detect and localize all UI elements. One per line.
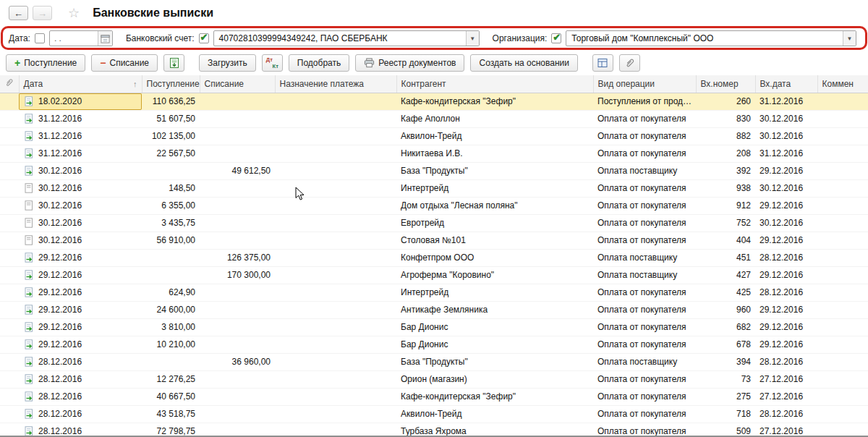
date-cell[interactable]: 31.12.2016 <box>19 110 142 127</box>
comment-cell <box>817 93 868 110</box>
writeoff-cell <box>200 423 275 437</box>
date-input[interactable]: . . <box>49 30 113 46</box>
date-cell[interactable]: 29.12.2016 <box>19 249 142 266</box>
pick-button[interactable]: Подобрать <box>289 54 349 72</box>
date-cell[interactable]: 30.12.2016 <box>19 162 142 179</box>
table-row[interactable]: 30.12.2016 56 910,00 Столовая №101 Оплат… <box>0 232 868 249</box>
attachment-cell <box>0 214 19 232</box>
chevron-down-icon[interactable]: ▼ <box>843 31 856 46</box>
document-icon <box>23 183 35 193</box>
operation-cell: Оплата от покупателя <box>593 179 696 197</box>
table-row[interactable]: 29.12.2016 170 300,00 Агроферма "Коровин… <box>0 266 868 284</box>
receipt-cell: 3 810,00 <box>142 318 200 336</box>
date-cell[interactable]: 29.12.2016 <box>19 336 142 353</box>
receipt-cell: 624,90 <box>142 284 200 301</box>
date-cell[interactable]: 29.12.2016 <box>19 318 142 336</box>
writeoff-cell <box>200 388 275 405</box>
date-value: 31.12.2016 <box>38 148 82 158</box>
column-date[interactable]: Дата ↑ <box>19 75 142 93</box>
table-row[interactable]: 28.12.2016 36 960,00 База "Продукты" Опл… <box>0 353 868 370</box>
document-icon <box>23 426 35 436</box>
favorite-star-icon[interactable]: ☆ <box>68 7 80 20</box>
grid-icon <box>597 57 608 69</box>
in-number-cell: 682 <box>696 318 755 336</box>
table-row[interactable]: 29.12.2016 10 210,00 Бар Дионис Оплата о… <box>0 336 868 353</box>
date-cell[interactable]: 28.12.2016 <box>19 423 142 437</box>
date-cell[interactable]: 18.02.2020 <box>19 93 142 110</box>
writeoff-cell <box>200 232 275 249</box>
attachment-cell <box>0 110 19 127</box>
table-row[interactable]: 30.12.2016 49 612,50 База "Продукты" Опл… <box>0 162 868 179</box>
table-row[interactable]: 30.12.2016 3 435,75 Евротрейд Оплата от … <box>0 214 868 232</box>
column-writeoff[interactable]: Списание <box>200 75 275 93</box>
attachment-cell <box>0 423 19 437</box>
counterparty-cell: База "Продукты" <box>396 353 593 370</box>
purpose-cell <box>275 249 396 266</box>
table-row[interactable]: 31.12.2016 51 607,50 Кафе Аполлон Оплата… <box>0 110 868 127</box>
writeoff-cell <box>200 405 275 423</box>
date-filter-checkbox[interactable] <box>35 33 45 43</box>
table-row[interactable]: 18.02.2020 110 636,25 Кафе-кондитерская … <box>0 93 868 110</box>
date-cell[interactable]: 31.12.2016 <box>19 127 142 145</box>
writeoff-cell <box>200 318 275 336</box>
column-purpose[interactable]: Назначение платежа <box>275 75 396 93</box>
table-row[interactable]: 29.12.2016 3 810,00 Бар Дионис Оплата от… <box>0 318 868 336</box>
back-button[interactable]: ← <box>9 6 28 20</box>
attachments-button[interactable] <box>619 54 640 72</box>
table-row[interactable]: 29.12.2016 24 600,00 Антикафе Земляника … <box>0 301 868 318</box>
organization-checkbox[interactable] <box>551 33 561 43</box>
forward-button[interactable]: → <box>33 6 52 20</box>
column-in-number[interactable]: Вх.номер <box>696 75 755 93</box>
column-comment[interactable]: Коммен <box>817 75 868 93</box>
date-cell[interactable]: 29.12.2016 <box>19 284 142 301</box>
date-cell[interactable]: 28.12.2016 <box>19 405 142 423</box>
organization-select[interactable]: Торговый дом "Комплексный" ООО ▼ <box>566 30 856 46</box>
table-row[interactable]: 30.12.2016 6 355,00 Дом отдыха "Лесная п… <box>0 197 868 214</box>
date-cell[interactable]: 28.12.2016 <box>19 370 142 388</box>
column-in-date[interactable]: Вх.дата <box>755 75 817 93</box>
table-row[interactable]: 28.12.2016 12 276,25 Орион (магазин) Опл… <box>0 370 868 388</box>
date-value: 29.12.2016 <box>38 339 82 349</box>
in-date-cell: 30.12.2016 <box>755 127 817 145</box>
table-row[interactable]: 31.12.2016 102 135,00 Аквилон-Трейд Опла… <box>0 127 868 145</box>
table-row[interactable]: 28.12.2016 43 518,75 Аквилон-Трейд Оплат… <box>0 405 868 423</box>
bank-statement-icon-button[interactable] <box>163 54 184 72</box>
column-operation[interactable]: Вид операции <box>593 75 696 93</box>
receipt-cell <box>142 162 200 179</box>
date-cell[interactable]: 28.12.2016 <box>19 353 142 370</box>
table-row[interactable]: 29.12.2016 126 375,00 Конфетпром ООО Опл… <box>0 249 868 266</box>
date-cell[interactable]: 30.12.2016 <box>19 197 142 214</box>
date-cell[interactable]: 28.12.2016 <box>19 388 142 405</box>
date-cell[interactable]: 30.12.2016 <box>19 232 142 249</box>
bank-account-checkbox[interactable] <box>199 33 209 43</box>
bank-account-select[interactable]: 40702810399994349242, ПАО СБЕРБАНК ▼ <box>213 30 480 46</box>
report-grid-button[interactable] <box>592 54 613 72</box>
table-row[interactable]: 29.12.2016 624,90 Интертрейд Оплата от п… <box>0 284 868 301</box>
purpose-cell <box>275 318 396 336</box>
add-writeoff-button[interactable]: − Списание <box>91 54 158 72</box>
column-attachments[interactable] <box>0 75 19 93</box>
date-value: 28.12.2016 <box>38 357 82 367</box>
table-row[interactable]: 30.12.2016 148,50 Интертрейд Оплата от п… <box>0 179 868 197</box>
calendar-button[interactable] <box>98 31 112 46</box>
comment-cell <box>817 197 868 214</box>
date-cell[interactable]: 31.12.2016 <box>19 145 142 162</box>
table-row[interactable]: 28.12.2016 72 798,75 Турбаза Яхрома Опла… <box>0 423 868 437</box>
date-value: 31.12.2016 <box>38 114 82 124</box>
show-postings-button[interactable]: Дт Кт <box>262 54 283 72</box>
date-cell[interactable]: 29.12.2016 <box>19 266 142 284</box>
in-date-cell: 31.12.2016 <box>755 93 817 110</box>
receipt-cell: 51 607,50 <box>142 110 200 127</box>
date-cell[interactable]: 30.12.2016 <box>19 214 142 232</box>
table-row[interactable]: 31.12.2016 22 567,50 Никитаева И.В. Опла… <box>0 145 868 162</box>
add-receipt-button[interactable]: + Поступление <box>6 54 85 72</box>
create-based-on-button[interactable]: Создать на основании <box>470 54 578 72</box>
column-counterparty[interactable]: Контрагент <box>396 75 593 93</box>
column-receipt[interactable]: Поступление <box>142 75 200 93</box>
date-cell[interactable]: 29.12.2016 <box>19 301 142 318</box>
chevron-down-icon[interactable]: ▼ <box>466 31 479 46</box>
table-row[interactable]: 28.12.2016 40 667,50 Кафе-кондитерская "… <box>0 388 868 405</box>
date-cell[interactable]: 30.12.2016 <box>19 179 142 197</box>
documents-register-button[interactable]: Реестр документов <box>355 54 464 72</box>
load-button[interactable]: Загрузить <box>199 54 256 72</box>
